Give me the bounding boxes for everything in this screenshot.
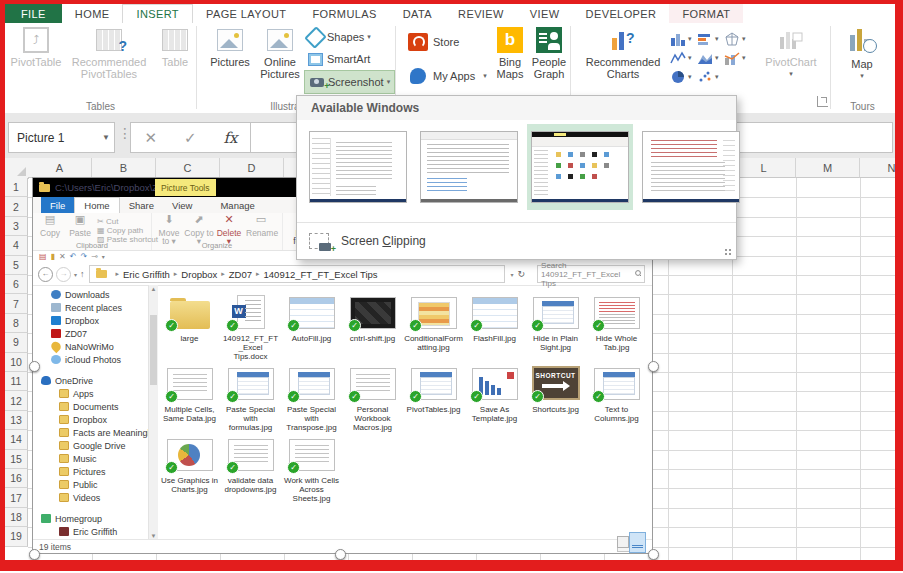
nav-item-onedrive[interactable]: OneDrive	[41, 374, 93, 387]
nav-item-zd07[interactable]: ZD07	[51, 327, 87, 340]
nav-item-homegroup[interactable]: Homegroup	[41, 512, 102, 525]
cut-button[interactable]: ✂ Cut	[97, 217, 118, 226]
shapes-button[interactable]: Shapes▾	[304, 26, 375, 48]
row-header-5[interactable]: 5	[5, 256, 28, 275]
bing-maps-button[interactable]: b Bing Maps	[491, 27, 529, 80]
file-item[interactable]: ✓ConditionalFormatting.jpg	[403, 291, 464, 362]
nav-item-nanowrimo[interactable]: NaNoWriMo	[51, 340, 114, 353]
select-all-corner[interactable]	[5, 158, 29, 179]
paste-button[interactable]: ▣Paste	[65, 215, 95, 237]
window-thumbnail-browser-list-window[interactable]	[416, 124, 522, 210]
name-box[interactable]: Picture 1 ▼	[8, 122, 115, 153]
copy-button[interactable]: ▤Copy	[35, 215, 65, 237]
area-chart-button[interactable]: ▾	[697, 48, 724, 67]
tab-developer[interactable]: DEVELOPER	[573, 4, 670, 23]
nav-scrollbar[interactable]: ▲ ▼	[148, 285, 158, 540]
nav-item-eric-griffith[interactable]: Eric Griffith	[59, 525, 117, 538]
tab-page-layout[interactable]: PAGE LAYOUT	[193, 4, 299, 23]
row-header-9[interactable]: 9	[5, 333, 28, 352]
nav-item-icloud-photos[interactable]: iCloud Photos	[51, 353, 121, 366]
bar-chart-button[interactable]: ▾	[697, 29, 724, 48]
tab-review[interactable]: REVIEW	[445, 4, 517, 23]
file-item[interactable]: ✓Paste Special with formulas.jpg	[220, 362, 281, 433]
column-header-C[interactable]: C	[156, 158, 220, 178]
copy-path-button[interactable]: ▦ Copy path	[97, 226, 143, 235]
qat-delete-icon[interactable]: ✕	[59, 252, 66, 261]
nav-item-dropbox[interactable]: Dropbox	[59, 413, 107, 426]
qat-icon[interactable]: ▤	[39, 252, 47, 261]
file-item[interactable]: ✓validate data dropdowns.jpg	[220, 433, 281, 504]
nav-item-dropbox[interactable]: Dropbox	[51, 314, 99, 327]
enter-icon[interactable]: ✓	[184, 129, 197, 147]
page-layout-mini-icon[interactable]	[617, 536, 629, 548]
up-icon[interactable]: ↑	[80, 269, 85, 279]
insert-function-icon[interactable]: fx	[224, 129, 238, 147]
explorer-tab-file[interactable]: File	[41, 197, 74, 213]
file-item[interactable]: ✓Hide in Plain Sight.jpg	[525, 291, 586, 362]
smartart-button[interactable]: SmartArt	[304, 48, 374, 70]
nav-item-public[interactable]: Public	[59, 478, 98, 491]
file-item[interactable]: ✓Text to Columns.jpg	[586, 362, 647, 433]
breadcrumb-segment[interactable]: Eric Griffith	[123, 269, 170, 280]
explorer-tab-view[interactable]: View	[163, 197, 201, 213]
column-header-M[interactable]: M	[796, 158, 860, 178]
cancel-icon[interactable]: ✕	[144, 129, 157, 147]
file-item[interactable]: ✓cntrl-shift.jpg	[342, 291, 403, 362]
combo-chart-button[interactable]: ▾	[724, 48, 751, 67]
nav-item-facts-are-meaningless[interactable]: Facts are Meaningless	[59, 426, 148, 439]
explorer-tab-manage[interactable]: Manage	[211, 197, 263, 213]
recommended-pivottables-button[interactable]: ? Recommended PivotTables	[63, 27, 155, 80]
map-button[interactable]: Map ▾	[842, 27, 882, 80]
mini-chart-badge-icon[interactable]	[629, 532, 646, 553]
charts-dialog-launcher[interactable]	[817, 96, 828, 107]
recommended-charts-button[interactable]: ? Recommended Charts	[580, 27, 666, 80]
row-header-14[interactable]: 14	[5, 430, 28, 449]
breadcrumb-segment[interactable]: 140912_FT_FT_Excel Tips	[264, 269, 378, 280]
breadcrumb-segment[interactable]: Dropbox	[181, 269, 217, 280]
name-box-dropdown-icon[interactable]: ▼	[98, 133, 114, 142]
breadcrumb[interactable]: ▸Eric Griffith▸Dropbox▸ZD07▸140912_FT_FT…	[89, 265, 505, 283]
pictures-button[interactable]: Pictures	[206, 27, 254, 68]
nav-item-music[interactable]: Music	[59, 452, 97, 465]
scroll-thumb[interactable]	[150, 315, 157, 385]
screen-clipping-item[interactable]: Screen Clipping	[297, 222, 736, 259]
column-chart-button[interactable]: ▾	[670, 29, 697, 48]
address-dropdown-icon[interactable]: ▾	[511, 271, 514, 278]
tab-data[interactable]: DATA	[390, 4, 445, 23]
row-header-11[interactable]: 11	[5, 372, 28, 391]
row-header-8[interactable]: 8	[5, 314, 28, 333]
line-chart-button[interactable]: ▾	[670, 48, 697, 67]
pivotchart-button[interactable]: PivotChart ▾	[760, 27, 822, 78]
table-button[interactable]: Table	[155, 27, 195, 68]
tab-insert[interactable]: INSERT	[122, 4, 193, 23]
breadcrumb-segment[interactable]: ZD07	[229, 269, 252, 280]
file-item[interactable]: ✓Hide Whole Tab.jpg	[586, 291, 647, 362]
store-button[interactable]: Store	[403, 31, 463, 53]
nav-item-google-drive[interactable]: Google Drive	[59, 439, 126, 452]
radar-chart-button[interactable]: ▾	[724, 29, 751, 48]
resize-handle-right[interactable]	[648, 361, 659, 372]
file-item[interactable]: ✓FlashFill.jpg	[464, 291, 525, 362]
recent-locations-icon[interactable]: ▾	[74, 271, 77, 278]
row-header-6[interactable]: 6	[5, 275, 28, 294]
file-item[interactable]: ✓Multiple Cells, Same Data.jpg	[159, 362, 220, 433]
window-thumbnail-word-document-1[interactable]	[305, 124, 411, 210]
row-header-3[interactable]: 3	[5, 217, 28, 236]
row-header-10[interactable]: 10	[5, 353, 28, 372]
file-item[interactable]: ✓140912_FT_FT_Excel Tips.docx	[220, 291, 281, 362]
tab-formulas[interactable]: FORMULAS	[299, 4, 389, 23]
resize-handle-bottom-right[interactable]	[648, 549, 659, 560]
qat-customize-icon[interactable]: ▾	[102, 253, 105, 260]
file-item[interactable]: ✓Work with Cells Across Sheets.jpg	[281, 433, 342, 504]
screenshot-button[interactable]: Screenshot▾	[304, 70, 395, 94]
pie-chart-button[interactable]: ▾	[670, 67, 697, 86]
nav-item-documents[interactable]: Documents	[59, 400, 119, 413]
explorer-tab-share[interactable]: Share	[120, 197, 163, 213]
back-icon[interactable]: ←	[38, 267, 53, 282]
window-thumbnail-word-document-2[interactable]	[638, 124, 744, 210]
file-item[interactable]: ✓Use Graphics in Charts.jpg	[159, 433, 220, 504]
file-item[interactable]: ✓PivotTables.jpg	[403, 362, 464, 433]
row-header-1[interactable]: 1	[5, 178, 28, 197]
online-pictures-button[interactable]: Online Pictures	[256, 27, 304, 80]
file-item[interactable]: ✓Paste Special with Transpose.jpg	[281, 362, 342, 433]
